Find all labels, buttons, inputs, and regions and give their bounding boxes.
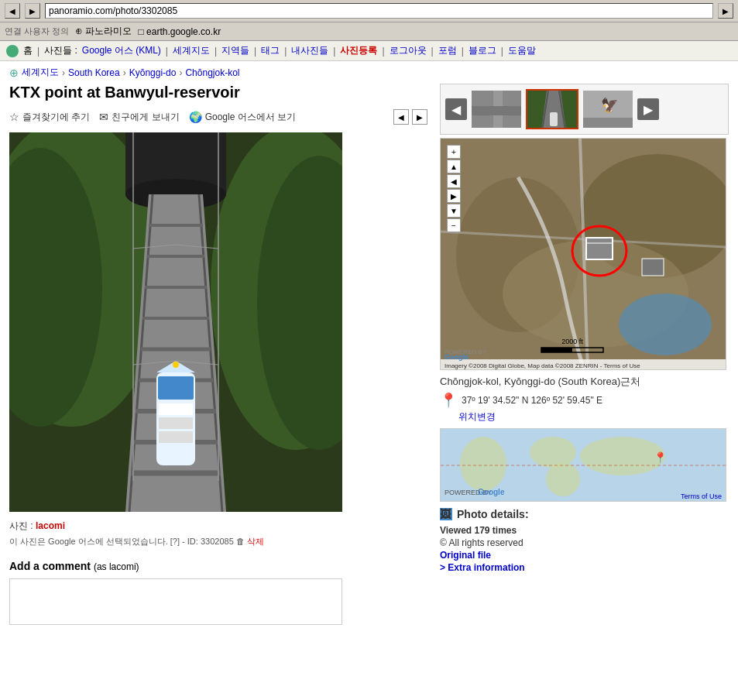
view-earth-label: Google 어스에서 보기 xyxy=(205,111,296,124)
breadcrumb-area[interactable]: Chŏngjok-kol xyxy=(185,67,239,78)
breadcrumb-sep2: › xyxy=(123,67,126,78)
thumbnail-strip: ◀ xyxy=(440,84,729,135)
thumb1-img xyxy=(472,91,523,129)
view-number: 179 xyxy=(474,525,489,536)
left-panel: KTX point at Banwyul-reservoir ☆ 즐겨찾기에 추… xyxy=(9,84,427,627)
svg-point-63 xyxy=(580,437,665,475)
main-photo xyxy=(9,132,342,512)
svg-text:Terms of Use: Terms of Use xyxy=(681,492,722,500)
go-button[interactable]: ▶ xyxy=(718,3,733,19)
svg-text:Google: Google xyxy=(445,353,469,361)
svg-rect-20 xyxy=(158,376,194,400)
breadcrumb-world[interactable]: 세계지도 xyxy=(22,66,59,79)
view-earth-button[interactable]: 🌍 Google 어스에서 보기 xyxy=(189,111,296,124)
back-button[interactable]: ◀ xyxy=(5,3,20,19)
satellite-map[interactable]: 2000 ft Imagery ©2008 Digital Globe, Map… xyxy=(440,138,726,370)
details-title: Photo details: xyxy=(457,508,529,520)
world-map-link[interactable]: 세계지도 xyxy=(173,44,210,57)
svg-text:📍: 📍 xyxy=(654,451,668,465)
original-file-button[interactable]: Original file xyxy=(440,550,491,561)
comment-section: Add a comment (as lacomi) xyxy=(9,560,427,627)
my-photos-link[interactable]: 내사진들 xyxy=(291,44,328,57)
globe-icon: ⊕ xyxy=(9,67,19,79)
comment-input[interactable] xyxy=(9,578,342,625)
regions-link[interactable]: 지역들 xyxy=(221,44,249,57)
thumbnail-1[interactable] xyxy=(470,89,523,129)
comment-title: Add a comment (as lacomi) xyxy=(9,560,427,572)
send-friend-label: 친구에게 보내기 xyxy=(112,111,179,124)
help-link[interactable]: 도움말 xyxy=(508,44,536,57)
extra-info-link: > Extra information xyxy=(440,562,729,573)
next-photo-button[interactable]: ▶ xyxy=(412,109,427,125)
svg-rect-41 xyxy=(583,118,634,129)
breadcrumb-sep1: › xyxy=(62,67,65,78)
forum-link[interactable]: 포럼 xyxy=(438,44,457,57)
main-content: KTX point at Banwyul-reservoir ☆ 즐겨찾기에 추… xyxy=(0,84,738,637)
home-link[interactable]: 홈 xyxy=(23,44,33,57)
map-zoom-in[interactable]: + xyxy=(447,145,461,159)
svg-rect-34 xyxy=(472,106,523,115)
register-link[interactable]: 사진등록 xyxy=(340,44,377,57)
location-pin-icon: 📍 xyxy=(440,392,457,409)
photo-info: 이 사진은 Google 어스에 선택되었습니다. [?] - ID: 3302… xyxy=(9,536,427,547)
photo-title: KTX point at Banwyul-reservoir xyxy=(9,84,427,101)
map-zoom-out[interactable]: − xyxy=(447,218,461,232)
thumbnail-3[interactable]: 🦅 xyxy=(582,89,634,129)
send-friend-button[interactable]: ✉ 친구에게 보내기 xyxy=(99,111,179,124)
nav-tabs: 연결 사용자 정의 ⊕ 파노라미오 □ earth.google.co.kr xyxy=(0,22,738,41)
satellite-map-svg: 2000 ft Imagery ©2008 Digital Globe, Map… xyxy=(441,139,726,370)
svg-rect-53 xyxy=(642,259,664,276)
map-controls: + ▲ ◀ ▶ ▼ − xyxy=(447,145,461,232)
svg-point-65 xyxy=(460,437,506,491)
svg-point-47 xyxy=(619,293,712,355)
earth-tab[interactable]: □ earth.google.co.kr xyxy=(138,26,221,37)
breadcrumb-country[interactable]: South Korea xyxy=(68,67,120,78)
logout-link[interactable]: 로그아웃 xyxy=(390,44,427,57)
delete-link[interactable]: 삭제 xyxy=(247,537,264,546)
map-pan-right[interactable]: ▶ xyxy=(447,189,461,203)
add-favorite-label: 즐겨찾기에 추기 xyxy=(22,111,90,124)
svg-point-25 xyxy=(173,362,179,368)
action-bar: ☆ 즐겨찾기에 추기 ✉ 친구에게 보내기 🌍 Google 어스에서 보기 ◀… xyxy=(9,109,427,125)
photo-details: 🖼 Photo details: Viewed 179 times © All … xyxy=(440,508,729,573)
svg-text:🦅: 🦅 xyxy=(601,97,619,114)
add-favorite-button[interactable]: ☆ 즐겨찾기에 추기 xyxy=(9,111,90,124)
panoramio-tab[interactable]: ⊕ 파노라미오 xyxy=(75,25,132,38)
author-link[interactable]: lacomi xyxy=(36,520,65,531)
browser-toolbar: ◀ ▶ ▶ xyxy=(0,0,738,22)
details-icon: 🖼 xyxy=(440,508,452,520)
world-map[interactable]: 📍 POWERED BY Google Terms of Use xyxy=(440,428,726,502)
blog-link[interactable]: 블로그 xyxy=(469,44,496,57)
prev-photo-button[interactable]: ◀ xyxy=(393,109,409,125)
thumb-prev-button[interactable]: ◀ xyxy=(445,98,467,120)
url-bar[interactable] xyxy=(45,3,713,19)
star-icon: ☆ xyxy=(9,111,19,123)
map-pan-down[interactable]: ▼ xyxy=(447,204,461,218)
coords-row: 📍 37º 19' 34.52" N 126º 52' 59.45" E xyxy=(440,392,729,409)
svg-text:Google: Google xyxy=(478,488,505,496)
extra-info-button[interactable]: > Extra information xyxy=(440,562,525,573)
breadcrumb-region[interactable]: Kyŏnggi-do xyxy=(129,67,177,78)
breadcrumb-sep3: › xyxy=(179,67,182,78)
svg-text:2000 ft: 2000 ft xyxy=(561,338,583,345)
change-location-link[interactable]: 위치변경 xyxy=(458,411,496,422)
map-pan-left[interactable]: ◀ xyxy=(447,174,461,188)
thumb-next-button[interactable]: ▶ xyxy=(637,98,659,120)
svg-rect-23 xyxy=(159,431,193,443)
world-map-svg: 📍 POWERED BY Google Terms of Use xyxy=(441,429,726,502)
tag-link[interactable]: 태그 xyxy=(261,44,280,57)
svg-text:Imagery ©2008 Digital Globe, M: Imagery ©2008 Digital Globe, Map data ©2… xyxy=(445,362,640,369)
main-photo-container xyxy=(9,132,342,512)
earth-icon: 🌍 xyxy=(189,111,202,123)
thumbnail-2[interactable] xyxy=(526,89,578,129)
details-header: 🖼 Photo details: xyxy=(440,508,729,520)
photo-svg xyxy=(9,132,342,512)
main-toolbar: 홈 | 사진들 : Google 어스 (KML) | 세계지도 | 지역들 |… xyxy=(0,41,738,61)
forward-button[interactable]: ▶ xyxy=(25,3,40,19)
thumb3-img: 🦅 xyxy=(583,91,634,129)
map-pan-up[interactable]: ▲ xyxy=(447,160,461,173)
svg-rect-39 xyxy=(550,112,558,126)
email-icon: ✉ xyxy=(99,111,108,123)
svg-rect-51 xyxy=(586,238,613,259)
google-kml-link[interactable]: Google 어스 (KML) xyxy=(82,44,161,57)
